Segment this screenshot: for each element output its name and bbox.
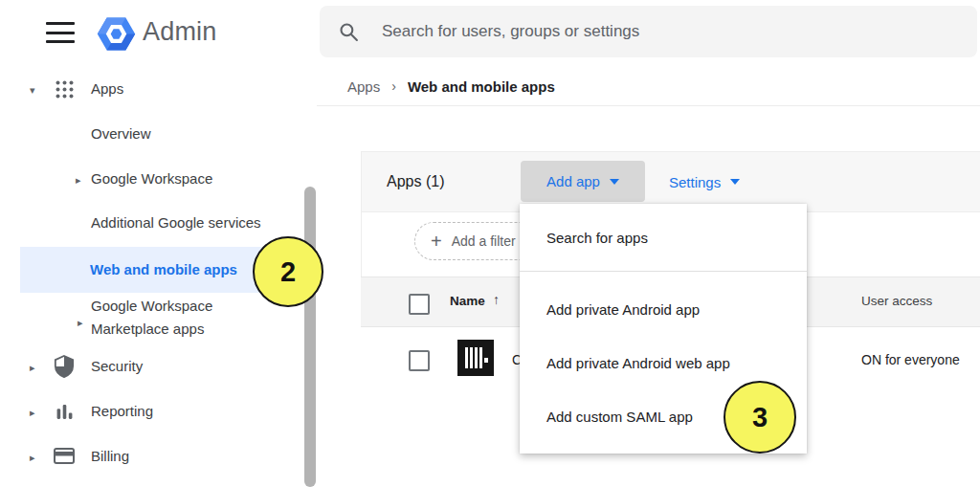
menu-item-add-private-android-app[interactable]: Add private Android app [520,282,807,336]
sidebar-item-overview[interactable]: Overview [91,125,151,142]
credit-card-icon [54,448,75,464]
chevron-down-icon [610,179,619,185]
hamburger-menu-button[interactable] [46,22,75,43]
sidebar-item-apps[interactable]: Apps [91,80,123,97]
security-caret-icon[interactable]: ▸ [30,358,35,375]
apps-expand-caret-icon[interactable]: ▾ [30,80,35,98]
add-app-button-label: Add app [546,173,600,189]
hamburger-menu-icon [46,22,75,25]
chevron-down-icon [730,179,740,185]
google-workspace-caret-icon[interactable]: ▸ [76,170,81,188]
user-access-value: ON for everyone [861,352,960,367]
product-name: Admin [143,17,217,47]
breadcrumb-apps-link[interactable]: Apps [347,78,380,95]
marketplace-apps-caret-icon[interactable]: ▸ [78,313,83,330]
sidebar-scrollbar[interactable] [304,187,316,487]
google-admin-logo-icon [96,13,137,55]
breadcrumb: Apps › Web and mobile apps [347,77,555,96]
step-2-badge: 2 [253,236,323,307]
add-filter-label: Add a filter [452,233,516,249]
sort-ascending-icon[interactable]: ↑ [493,292,500,307]
breadcrumb-current: Web and mobile apps [408,78,555,95]
row-checkbox[interactable] [409,350,430,371]
sidebar-item-reporting[interactable]: Reporting [91,403,153,419]
admin-console: Admin Apps › Web and mobile apps ▾ Apps … [0,0,980,487]
bar-chart-icon [56,403,74,421]
billing-caret-icon[interactable]: ▸ [30,448,35,465]
search-icon [339,22,359,42]
select-all-checkbox[interactable] [409,294,430,315]
column-header-user-access[interactable]: User access [861,294,932,308]
column-header-name[interactable]: Name [450,294,485,308]
sidebar-item-google-workspace[interactable]: Google Workspace [91,170,212,187]
breadcrumb-separator: › [391,78,396,94]
header-divider [317,105,980,106]
global-search-bar[interactable] [320,6,977,57]
settings-button-label: Settings [669,174,721,190]
menu-item-search-for-apps[interactable]: Search for apps [520,204,807,271]
reporting-caret-icon[interactable]: ▸ [30,403,35,420]
sidebar-item-google-workspace-marketplace-apps[interactable]: Google Workspace Marketplace apps [91,295,263,341]
apps-grid-icon [55,79,75,100]
app-logo-icon [457,340,494,376]
add-app-button[interactable]: Add app [521,161,645,202]
list-title: Apps (1) [387,173,444,190]
sidebar-item-additional-google-services[interactable]: Additional Google services [91,214,261,231]
plus-icon: + [431,231,442,253]
sidebar-item-web-and-mobile-apps[interactable]: Web and mobile apps [90,261,237,277]
sidebar-item-billing[interactable]: Billing [91,448,129,464]
sidebar-item-security[interactable]: Security [91,358,143,374]
settings-button[interactable]: Settings [669,174,740,190]
search-input[interactable] [380,21,920,42]
shield-icon [54,355,75,378]
step-3-badge: 3 [724,381,796,454]
